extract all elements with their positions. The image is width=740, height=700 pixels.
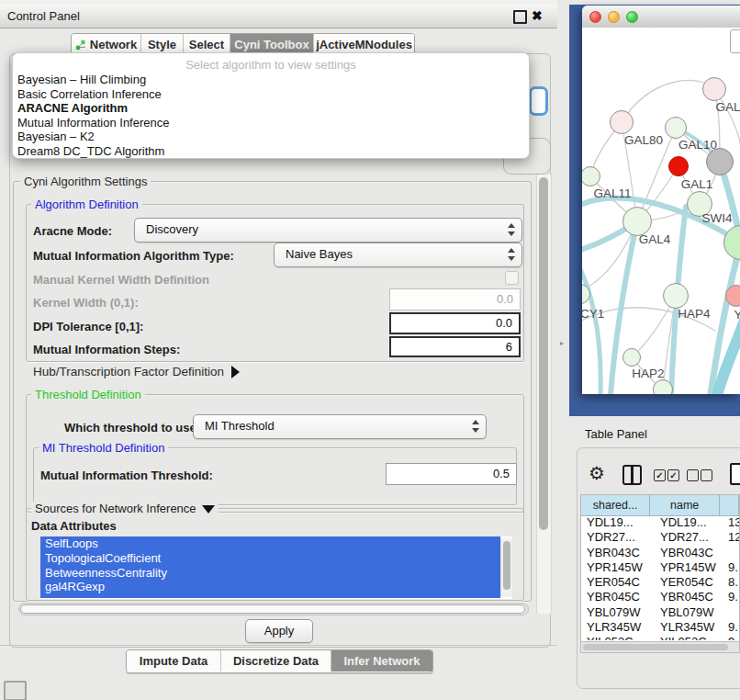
float-window-icon[interactable] — [513, 10, 527, 24]
table-cell: YBR045C — [660, 590, 713, 604]
expand-arrow-icon — [231, 366, 240, 378]
mi-type-value: Naive Bayes — [286, 247, 353, 261]
data-attributes-list[interactable]: SelfLoopsTopologicalCoefficientBetweenne… — [40, 536, 512, 599]
sources-group-title[interactable]: Sources for Network Inference — [31, 502, 219, 515]
attr-items: SelfLoopsTopologicalCoefficientBetweenne… — [40, 536, 512, 598]
node-label-gal11: GAL11 — [593, 186, 631, 200]
bottom-tabs: Impute DataDiscretize DataInfer Network — [126, 649, 433, 673]
table-body: YDL19...YDL19...13YDR27...YDR27...12YBR0… — [581, 515, 739, 640]
dropdown-item-bayesian-k2[interactable]: Bayesian – K2 — [13, 130, 529, 144]
aracne-mode-combo[interactable]: Discovery — [134, 218, 522, 243]
node-unlabeled[interactable] — [706, 148, 734, 175]
column-header-shared[interactable]: shared... — [581, 495, 650, 515]
scrollbar-thumb[interactable] — [20, 604, 525, 614]
apply-button[interactable]: Apply — [245, 619, 313, 643]
deselect-checkbox-icon[interactable] — [701, 469, 712, 481]
panel-divider — [0, 645, 557, 646]
node-gal80[interactable] — [610, 110, 633, 134]
kernel-width-label: Kernel Width (0,1): — [33, 296, 139, 310]
bottom-tab-discretize-data[interactable]: Discretize Data — [221, 650, 331, 672]
table-cell: YBR045C — [587, 590, 640, 604]
network-window-titlebar[interactable] — [582, 6, 740, 28]
manual-kernel-label: Manual Kernel Width Definition — [33, 273, 209, 287]
table-cell: YPR145W — [660, 560, 716, 575]
bottom-tab-infer-network[interactable]: Infer Network — [331, 650, 432, 672]
manual-kernel-checkbox[interactable] — [505, 271, 519, 285]
which-threshold-combo[interactable]: MI Threshold — [193, 414, 487, 439]
dropdown-item-mutual-information-inference[interactable]: Mutual Information Inference — [13, 116, 529, 130]
document-icon[interactable] — [730, 463, 740, 485]
split-handle-icon[interactable]: ▸ — [560, 339, 564, 347]
panel-title: Control Panel — [7, 5, 80, 28]
dpi-tolerance-field[interactable]: 0.0 — [389, 312, 521, 334]
node-hap4[interactable] — [663, 283, 689, 309]
node-table: shared...name YDL19...YDL19...13YDR27...… — [580, 494, 740, 641]
stepper-icon — [507, 222, 515, 237]
zoom-traffic-light[interactable] — [626, 11, 638, 23]
mi-steps-field[interactable]: 6 — [389, 336, 521, 357]
node-gal[interactable] — [702, 77, 726, 101]
select-checkbox-icon[interactable]: ✓ — [667, 469, 679, 481]
node-gal10[interactable] — [665, 117, 687, 139]
list-scrollbar[interactable] — [500, 538, 512, 597]
node-label-gal4: GAL4 — [639, 232, 671, 246]
table-header: shared...name — [581, 495, 739, 516]
table-horizontal-scrollbar[interactable] — [580, 641, 740, 653]
node-label-gal: GAL — [715, 100, 740, 114]
attribute-item-selfloops[interactable]: SelfLoops — [40, 536, 500, 551]
node-hap2[interactable] — [622, 348, 641, 367]
collapse-arrow-icon — [202, 505, 215, 514]
sources-title-text: Sources for Network Inference — [35, 502, 196, 515]
which-threshold-label: Which threshold to use: — [64, 421, 200, 435]
minimize-traffic-light[interactable] — [608, 11, 620, 23]
table-cell: 8. — [728, 575, 738, 590]
node-label-y: Y — [734, 308, 740, 322]
hidden-combo-fragment — [529, 86, 548, 116]
scrollbar-thumb[interactable] — [539, 177, 548, 530]
dropdown-item-aracne-algorithm[interactable]: ARACNE Algorithm — [13, 101, 529, 116]
mi-threshold-field[interactable]: 0.5 — [386, 463, 517, 485]
bottom-tab-impute-data[interactable]: Impute Data — [127, 650, 221, 672]
attribute-item-betweennesscentrality[interactable]: BetweennessCentrality — [40, 566, 500, 581]
dropdown-item-dream8-dc-tdc-algorithm[interactable]: Dream8 DC_TDC Algorithm — [13, 144, 529, 159]
collapsed-panel-icon[interactable] — [4, 681, 27, 700]
attribute-item-gal4rgexp[interactable]: gal4RGexp — [40, 580, 500, 594]
column-header-extra[interactable] — [720, 495, 739, 515]
gear-icon[interactable]: ⚙ — [589, 462, 605, 484]
vertical-scrollbar[interactable] — [536, 175, 552, 614]
close-traffic-light[interactable] — [589, 11, 601, 23]
column-header-name[interactable]: name — [650, 495, 720, 515]
threshold-definition-title: Threshold Definition — [31, 388, 145, 401]
hub-definition-expander[interactable]: Hub/Transcription Factor Definition — [33, 365, 240, 378]
table-row[interactable]: YBR043CYBR043C — [581, 546, 739, 560]
dropdown-item-bayesian-hill-climbing[interactable]: Bayesian – Hill Climbing — [13, 73, 529, 87]
network-canvas[interactable]: GAL80GAL10GALGAL1GAL11GAL4SWI4GCY1HAP4YH… — [582, 28, 740, 394]
horizontal-scrollbar[interactable] — [18, 603, 529, 615]
table-row[interactable]: YER054CYER054C8. — [581, 575, 739, 590]
split-columns-icon[interactable] — [622, 465, 642, 485]
node-unlabeled[interactable] — [653, 379, 673, 394]
node-label-gcy1: GCY1 — [582, 307, 604, 321]
network-view-window[interactable]: GAL80GAL10GALGAL1GAL11GAL4SWI4GCY1HAP4YH… — [582, 6, 740, 394]
table-row[interactable]: YIL052CYIL052C9. — [581, 635, 739, 640]
table-row[interactable]: YLR345WYLR345W9. — [581, 620, 739, 635]
table-cell: 9. — [728, 590, 738, 604]
scrollbar-thumb[interactable] — [583, 644, 728, 650]
table-row[interactable]: YDL19...YDL19...13 — [581, 515, 739, 530]
select-checkbox-icon[interactable]: ✓ — [654, 469, 666, 481]
scrollbar-thumb[interactable] — [503, 541, 510, 590]
table-row[interactable]: YBR045CYBR045C9. — [581, 590, 739, 604]
close-icon[interactable]: ✖ — [532, 7, 543, 25]
table-row[interactable]: YDR27...YDR27...12 — [581, 530, 739, 545]
attribute-item-partial[interactable] — [40, 594, 500, 598]
node-unlabeled[interactable] — [668, 156, 689, 176]
attribute-item-topologicalcoefficient[interactable]: TopologicalCoefficient — [40, 551, 500, 566]
table-row[interactable]: YPR145WYPR145W9. — [581, 560, 739, 575]
table-row[interactable]: YBL079WYBL079W — [581, 605, 739, 620]
deselect-checkbox-icon[interactable] — [687, 469, 699, 481]
mi-type-combo[interactable]: Naive Bayes — [274, 243, 522, 267]
dropdown-item-basic-correlation-inference[interactable]: Basic Correlation Inference — [13, 87, 529, 102]
mi-threshold-label: Mutual Information Threshold: — [40, 469, 213, 482]
kernel-width-field[interactable]: 0.0 — [389, 288, 521, 310]
which-threshold-value: MI Threshold — [205, 419, 275, 433]
